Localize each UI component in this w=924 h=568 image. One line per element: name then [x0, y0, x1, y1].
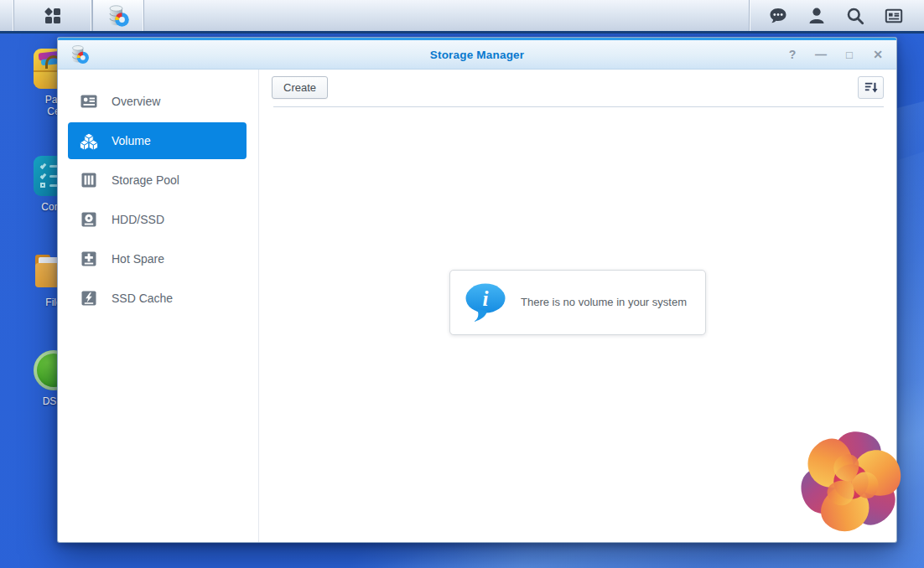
empty-state-area: i There is no volume in your system: [259, 107, 896, 542]
sidebar-item-volume[interactable]: Volume: [68, 122, 247, 159]
close-button[interactable]: ✕: [869, 46, 886, 63]
ssd-cache-icon: [79, 288, 99, 308]
hdd-icon: [79, 209, 99, 230]
main-menu-button[interactable]: [14, 0, 92, 31]
taskbar: [0, 0, 924, 34]
sidebar-item-label: Hot Spare: [112, 252, 164, 266]
maximize-button[interactable]: □: [841, 46, 858, 63]
overview-icon: [79, 91, 99, 111]
sort-descending-icon: [863, 80, 879, 96]
help-button[interactable]: ?: [784, 46, 801, 63]
sidebar-item-hdd-ssd[interactable]: HDD/SSD: [68, 201, 247, 238]
desktop: Pac Ce Contr File DSM: [0, 0, 924, 568]
window-controls: ? — □ ✕: [784, 40, 886, 69]
volume-cubes-icon: [79, 131, 99, 151]
taskbar-storage-manager-button[interactable]: [92, 0, 144, 31]
empty-state-box: i There is no volume in your system: [449, 270, 706, 335]
info-bubble-icon: i: [464, 281, 507, 323]
hot-spare-icon: [79, 249, 99, 269]
sidebar-item-ssd-cache[interactable]: SSD Cache: [68, 280, 247, 317]
app-grid-icon: [43, 6, 63, 26]
svg-text:i: i: [483, 287, 489, 310]
create-button[interactable]: Create: [272, 76, 328, 99]
toolbar: Create: [259, 70, 896, 105]
window-titlebar[interactable]: Storage Manager ? — □ ✕: [58, 38, 896, 70]
sidebar-item-label: Overview: [112, 95, 160, 108]
chat-bubble-icon[interactable]: [768, 6, 788, 26]
storage-pool-icon: [79, 170, 99, 190]
storage-manager-window: Storage Manager ? — □ ✕: [57, 37, 897, 543]
sidebar-item-storage-pool[interactable]: Storage Pool: [68, 162, 247, 199]
person-icon[interactable]: [807, 6, 827, 26]
sidebar-item-label: SSD Cache: [112, 292, 173, 305]
taskbar-pad: [0, 0, 14, 31]
storage-manager-icon: [70, 44, 90, 65]
taskbar-tray: [749, 0, 924, 31]
sidebar-item-label: HDD/SSD: [112, 213, 164, 226]
sidebar: Overview: [58, 70, 259, 542]
taskbar-spacer: [144, 0, 749, 31]
storage-manager-icon: [106, 4, 130, 28]
main-content: Create: [259, 70, 896, 542]
minimize-button[interactable]: —: [812, 46, 829, 63]
widgets-panel-icon[interactable]: [884, 6, 904, 26]
search-icon[interactable]: [845, 6, 865, 26]
sort-button[interactable]: [858, 76, 884, 99]
sidebar-item-label: Volume: [112, 134, 151, 147]
empty-state-message: There is no volume in your system: [521, 296, 687, 308]
window-title: Storage Manager: [58, 49, 896, 61]
sidebar-item-overview[interactable]: Overview: [68, 83, 247, 120]
sidebar-item-label: Storage Pool: [112, 173, 179, 187]
sidebar-item-hot-spare[interactable]: Hot Spare: [68, 240, 247, 277]
